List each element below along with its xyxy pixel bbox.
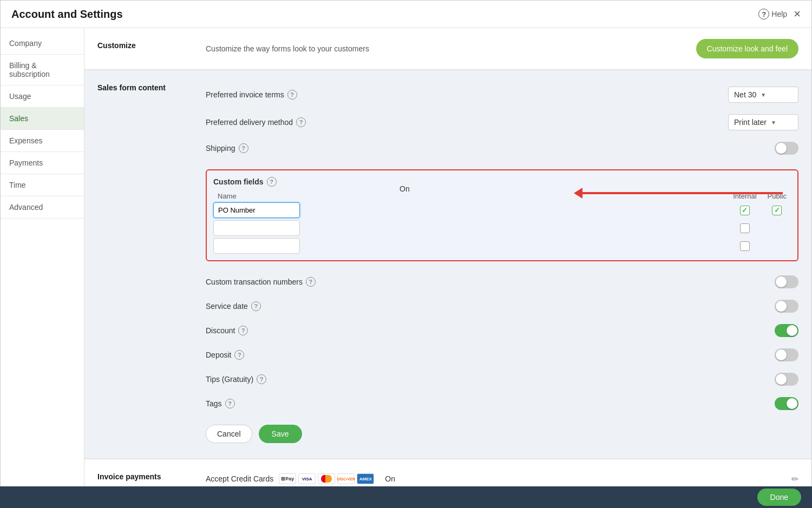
sales-form-section-label: Sales form content xyxy=(97,81,206,92)
preferred-delivery-method-help-icon[interactable]: ? xyxy=(296,117,306,127)
custom-field-1-public-cell xyxy=(763,206,791,215)
footer: Done xyxy=(0,486,812,508)
custom-transaction-numbers-row: Custom transaction numbers ? xyxy=(206,270,798,294)
visa-icon: VISA xyxy=(298,473,316,484)
accept-credit-cards-row: Accept Credit Cards ⊞Pay VISA DISC•VER A… xyxy=(206,470,798,487)
invoice-payments-edit-icon[interactable]: ✏ xyxy=(791,474,798,484)
deposit-label: Deposit xyxy=(206,351,231,359)
tips-gratuity-row: Tips (Gratuity) ? xyxy=(206,367,798,392)
tags-toggle[interactable] xyxy=(775,397,798,410)
sales-form-content: Preferred invoice terms ? Net 30 ▼ xyxy=(206,81,798,447)
dropdown-arrow-icon: ▼ xyxy=(761,92,766,98)
service-date-label: Service date xyxy=(206,302,248,311)
preferred-invoice-terms-value: Net 30 xyxy=(734,90,756,99)
custom-fields-grid: Name Internal Public xyxy=(213,192,791,254)
custom-field-3-internal-cell xyxy=(729,241,761,251)
close-button[interactable]: × xyxy=(794,7,801,21)
preferred-invoice-terms-row: Preferred invoice terms ? Net 30 ▼ xyxy=(206,81,798,109)
done-button[interactable]: Done xyxy=(757,489,801,506)
cancel-button[interactable]: Cancel xyxy=(206,425,252,443)
shipping-row: Shipping ? xyxy=(206,136,798,161)
discount-help-icon[interactable]: ? xyxy=(238,326,248,335)
tags-row: Tags ? xyxy=(206,392,798,416)
help-label: Help xyxy=(771,10,787,18)
sidebar-item-expenses[interactable]: Expenses xyxy=(1,130,84,152)
preferred-delivery-method-label: Preferred delivery method xyxy=(206,118,293,127)
service-date-row: Service date ? xyxy=(206,294,798,319)
sidebar-item-time[interactable]: Time xyxy=(1,174,84,196)
custom-field-3-name-input[interactable] xyxy=(213,238,300,254)
customize-content: Customize the way forms look to your cus… xyxy=(206,39,798,58)
credit-card-icons: ⊞Pay VISA DISC•VER AMEX xyxy=(279,473,374,484)
accept-credit-cards-label: Accept Credit Cards xyxy=(206,474,273,483)
custom-field-1-name-input[interactable] xyxy=(213,202,300,218)
delivery-dropdown-arrow-icon: ▼ xyxy=(771,120,776,126)
shipping-help-icon[interactable]: ? xyxy=(239,143,248,153)
discount-toggle[interactable] xyxy=(775,324,798,337)
sidebar-item-billing[interactable]: Billing & subscription xyxy=(1,55,84,85)
help-button[interactable]: ? Help xyxy=(758,9,787,19)
apple-pay-icon: ⊞Pay xyxy=(279,473,296,484)
mastercard-icon xyxy=(318,473,335,484)
form-actions: Cancel Save xyxy=(206,416,798,447)
custom-field-2-name-input[interactable] xyxy=(213,220,300,236)
sidebar-item-sales[interactable]: Sales xyxy=(1,108,84,130)
sidebar: Company Billing & subscription Usage Sal… xyxy=(1,28,84,507)
invoice-payments-section-label: Invoice payments xyxy=(97,470,206,481)
customize-section-label: Customize xyxy=(97,39,206,50)
tips-gratuity-toggle[interactable] xyxy=(775,373,798,386)
save-button[interactable]: Save xyxy=(259,425,302,443)
custom-field-2-internal-cell xyxy=(729,223,761,233)
tags-help-icon[interactable]: ? xyxy=(225,399,235,408)
tips-gratuity-help-icon[interactable]: ? xyxy=(257,374,266,384)
custom-fields-on-indicator xyxy=(574,188,783,199)
deposit-toggle[interactable] xyxy=(775,348,798,361)
sidebar-item-payments[interactable]: Payments xyxy=(1,152,84,174)
shipping-label: Shipping xyxy=(206,144,235,153)
tags-label: Tags xyxy=(206,399,222,408)
sidebar-item-advanced[interactable]: Advanced xyxy=(1,196,84,219)
sidebar-item-company[interactable]: Company xyxy=(1,32,84,55)
preferred-delivery-method-row: Preferred delivery method ? Print later … xyxy=(206,109,798,136)
service-date-help-icon[interactable]: ? xyxy=(251,301,261,311)
custom-field-1-internal-cell xyxy=(729,206,761,215)
discount-row: Discount ? xyxy=(206,319,798,343)
custom-field-3-internal-checkbox[interactable] xyxy=(740,241,750,251)
help-circle-icon: ? xyxy=(758,9,769,19)
preferred-delivery-method-value: Print later xyxy=(734,118,767,127)
sales-form-section: Sales form content Preferred invoice ter… xyxy=(84,70,811,459)
custom-fields-label: Custom fields xyxy=(213,177,264,186)
page-title: Account and Settings xyxy=(11,8,123,21)
custom-field-2-internal-checkbox[interactable] xyxy=(740,223,750,233)
discover-icon: DISC•VER xyxy=(337,473,355,484)
custom-field-1-internal-checkbox[interactable] xyxy=(740,206,750,215)
custom-fields-box: Custom fields ? Name Internal Public xyxy=(206,169,798,261)
preferred-invoice-terms-label: Preferred invoice terms xyxy=(206,90,284,99)
preferred-delivery-method-dropdown[interactable]: Print later ▼ xyxy=(728,114,798,130)
custom-field-1-public-checkbox[interactable] xyxy=(772,206,782,215)
amex-icon: AMEX xyxy=(357,473,374,484)
main-content: Customize Customize the way forms look t… xyxy=(84,28,811,507)
accept-credit-cards-status: On xyxy=(385,474,395,483)
preferred-invoice-terms-dropdown[interactable]: Net 30 ▼ xyxy=(728,87,798,103)
custom-transaction-numbers-toggle[interactable] xyxy=(775,275,798,288)
customize-section: Customize Customize the way forms look t… xyxy=(84,28,811,70)
customize-description: Customize the way forms look to your cus… xyxy=(206,44,369,53)
preferred-invoice-terms-help-icon[interactable]: ? xyxy=(287,90,297,100)
deposit-help-icon[interactable]: ? xyxy=(234,350,244,360)
sidebar-item-usage[interactable]: Usage xyxy=(1,85,84,108)
service-date-toggle[interactable] xyxy=(775,300,798,313)
discount-label: Discount xyxy=(206,326,235,335)
custom-transaction-numbers-label: Custom transaction numbers xyxy=(206,278,303,286)
custom-fields-on-label: On xyxy=(400,184,410,193)
customize-look-feel-button[interactable]: Customize look and feel xyxy=(696,39,798,58)
tips-gratuity-label: Tips (Gratuity) xyxy=(206,375,253,384)
shipping-toggle[interactable] xyxy=(775,142,798,155)
custom-fields-help-icon[interactable]: ? xyxy=(267,177,277,187)
custom-transaction-numbers-help-icon[interactable]: ? xyxy=(306,277,316,287)
deposit-row: Deposit ? xyxy=(206,343,798,367)
